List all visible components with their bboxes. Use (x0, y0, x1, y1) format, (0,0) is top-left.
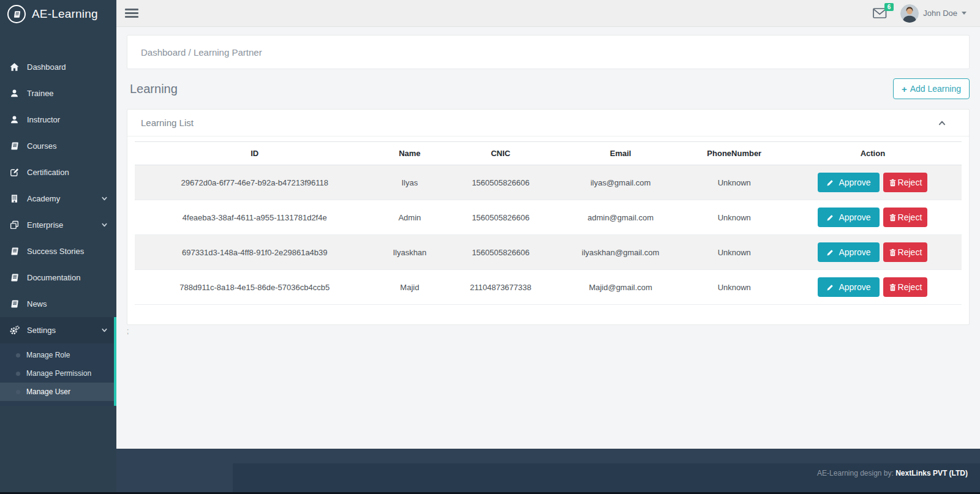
page-title: Learning (130, 82, 178, 96)
building-icon (9, 193, 20, 204)
approve-button[interactable]: Approve (818, 277, 879, 297)
edit-square-icon (9, 167, 20, 178)
content: Dashboard / Learning Partner Learning + … (116, 27, 980, 449)
sidebar-item-success-stories[interactable]: Success Stories (0, 238, 116, 264)
cell-cnic: 1560505826606 (445, 165, 556, 200)
pencil-icon (826, 214, 834, 222)
approve-label: Approve (839, 282, 870, 292)
cell-email: ilyas@gmail.com (557, 165, 685, 200)
breadcrumb-text: Dashboard / Learning Partner (141, 47, 262, 58)
sidebar-item-courses[interactable]: Courses (0, 133, 116, 159)
sidebar-item-label: Documentation (27, 273, 80, 282)
breadcrumb: Dashboard / Learning Partner (127, 35, 970, 69)
sidebar-item-trainee[interactable]: Trainee (0, 80, 116, 107)
hamburger-icon (125, 12, 138, 14)
menu-toggle-button[interactable] (125, 9, 138, 18)
app-logo[interactable]: AE-Learning (0, 0, 116, 28)
column-header-name: Name (375, 142, 445, 165)
table-header-row: ID Name CNIC Email PhoneNumber Action (135, 142, 962, 165)
user-menu[interactable]: John Doe (900, 4, 967, 23)
sidebar-item-label: Courses (27, 141, 56, 151)
topbar-right: 6 John Doe (873, 4, 967, 23)
cell-email: Majid@gmail.com (557, 270, 685, 305)
table-row: 788d911c-8a18-4e15-86de-57036cb4ccb5 Maj… (135, 270, 962, 305)
approve-label: Approve (839, 212, 870, 222)
avatar (900, 4, 919, 23)
stray-character: ; (127, 327, 129, 335)
sidebar-item-dashboard[interactable]: Dashboard (0, 54, 116, 80)
caret-down-icon (962, 12, 967, 15)
pencil-icon (826, 249, 834, 256)
copy-icon (9, 220, 20, 231)
reject-button[interactable]: Reject (883, 277, 928, 297)
card-header: Learning List (127, 110, 969, 137)
cell-email: admin@gmail.com (557, 200, 685, 235)
sub-item-label: Manage User (26, 387, 70, 396)
user-icon (9, 88, 20, 99)
sidebar-item-news[interactable]: News (0, 291, 116, 317)
sidebar-settings-group: Settings Manage Role Manage Permission M… (0, 317, 116, 406)
cell-phone: Unknown (685, 235, 784, 270)
user-name: John Doe (923, 9, 957, 18)
trash-icon (889, 283, 897, 291)
chevron-down-icon (101, 195, 108, 202)
sidebar-item-academy[interactable]: Academy (0, 185, 116, 212)
book-icon (9, 272, 20, 283)
home-icon (9, 62, 20, 73)
footer: AE-Learning design by: NextLinks PVT (LT… (233, 463, 980, 494)
trash-icon (889, 249, 897, 256)
sidebar-item-label: Dashboard (27, 62, 66, 72)
table-row: 697331d3-148a-4ff8-91f0-2e29861a4b39 Ily… (135, 235, 962, 270)
book-icon (9, 141, 20, 152)
sidebar-item-enterprise[interactable]: Enterprise (0, 212, 116, 238)
mail-button[interactable]: 6 (873, 7, 887, 19)
sidebar-item-documentation[interactable]: Documentation (0, 264, 116, 291)
plus-icon: + (902, 84, 907, 94)
sidebar-item-label: Certification (27, 168, 69, 177)
cell-name: Majid (375, 270, 445, 305)
approve-button[interactable]: Approve (818, 173, 879, 192)
pencil-icon (826, 179, 834, 187)
cell-cnic: 1560505826606 (445, 200, 556, 235)
sidebar-item-certification[interactable]: Certification (0, 159, 116, 185)
hamburger-icon (125, 16, 138, 18)
pencil-icon (826, 283, 834, 291)
footer-credit-text: AE-Learning design by: (817, 469, 895, 477)
sidebar-item-label: Success Stories (27, 247, 84, 256)
trash-icon (889, 179, 897, 187)
cell-name: Ilyaskhan (375, 235, 445, 270)
chevron-down-icon (101, 327, 108, 334)
add-learning-button[interactable]: + Add Learning (893, 78, 970, 99)
reject-button[interactable]: Reject (883, 173, 928, 192)
cell-phone: Unknown (685, 165, 784, 200)
column-header-id: ID (135, 142, 375, 165)
sidebar-item-label: Academy (27, 194, 60, 203)
hamburger-icon (125, 9, 138, 10)
approve-button[interactable]: Approve (818, 242, 879, 262)
reject-button[interactable]: Reject (883, 208, 928, 227)
sidebar-item-instructor[interactable]: Instructor (0, 107, 116, 133)
cell-cnic: 1560505826606 (445, 235, 556, 270)
user-icon (9, 114, 20, 125)
sidebar-item-label: Settings (27, 326, 56, 335)
cell-email: ilyaskhan@gmail.com (557, 235, 685, 270)
approve-button[interactable]: Approve (818, 208, 879, 227)
table-row: 4feaeba3-38af-4611-a955-1131781d2f4e Adm… (135, 200, 962, 235)
sidebar-item-label: Trainee (27, 89, 54, 98)
bullet-icon (16, 390, 20, 394)
reject-button[interactable]: Reject (883, 242, 928, 262)
column-header-cnic: CNIC (445, 142, 556, 165)
book-icon (9, 299, 20, 310)
column-header-email: Email (557, 142, 685, 165)
topbar: 6 John Doe (116, 0, 980, 27)
sidebar-item-manage-permission[interactable]: Manage Permission (0, 364, 116, 383)
sidebar-item-manage-role[interactable]: Manage Role (0, 346, 116, 364)
sidebar-item-settings[interactable]: Settings (0, 317, 116, 343)
collapse-chevron-icon[interactable] (938, 119, 946, 127)
footer-company: NextLinks PVT (LTD) (895, 469, 968, 477)
sidebar-item-label: News (27, 299, 47, 309)
table-wrap: ID Name CNIC Email PhoneNumber Action 29… (135, 141, 962, 305)
sidebar-item-manage-user[interactable]: Manage User (0, 383, 116, 401)
table-row: 29672d0a-6f77-46e7-b92a-b47213f96118 Ily… (135, 165, 962, 200)
reject-label: Reject (898, 212, 922, 222)
